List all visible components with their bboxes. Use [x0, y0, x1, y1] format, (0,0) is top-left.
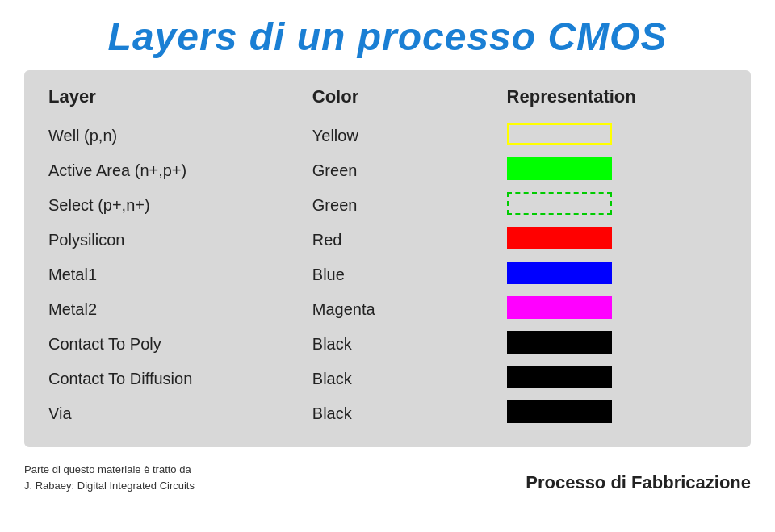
cell-layer: Contact To Diffusion	[40, 362, 304, 396]
header-color: Color	[304, 83, 499, 119]
cell-layer: Select (p+,n+)	[40, 188, 304, 223]
cell-color: Magenta	[304, 292, 499, 327]
footer-line2: J. Rabaey: Digital Integrated Circuits	[24, 478, 195, 494]
color-representation-box	[507, 123, 612, 145]
table-row: Contact To DiffusionBlack	[40, 362, 735, 396]
color-representation-box	[507, 366, 612, 388]
cell-color: Green	[304, 188, 499, 223]
cell-layer: Well (p,n)	[40, 119, 304, 153]
table-row: Select (p+,n+)Green	[40, 188, 735, 223]
cell-layer: Metal1	[40, 258, 304, 292]
color-representation-box	[507, 262, 612, 284]
footer: Parte di questo materiale è tratto da J.…	[0, 447, 775, 501]
cell-representation	[499, 119, 735, 153]
color-representation-box	[507, 157, 612, 180]
cell-color: Yellow	[304, 119, 499, 153]
cell-color: Blue	[304, 258, 499, 292]
header-layer: Layer	[40, 83, 304, 119]
table-row: ViaBlack	[40, 396, 735, 431]
cell-color: Black	[304, 396, 499, 431]
cell-layer: Via	[40, 396, 304, 431]
color-representation-box	[507, 227, 612, 249]
cell-representation	[499, 188, 735, 223]
cell-representation	[499, 292, 735, 327]
cell-color: Red	[304, 223, 499, 258]
page-title: Layers di un processo CMOS	[0, 0, 775, 70]
footer-line1: Parte di questo materiale è tratto da	[24, 462, 195, 478]
color-representation-box	[507, 192, 612, 215]
cell-color: Black	[304, 362, 499, 396]
cell-representation	[499, 258, 735, 292]
cell-color: Black	[304, 327, 499, 362]
cell-representation	[499, 153, 735, 188]
layers-table: Layer Color Representation Well (p,n)Yel…	[40, 83, 735, 431]
main-content-area: Layer Color Representation Well (p,n)Yel…	[24, 70, 751, 447]
table-row: Metal1Blue	[40, 258, 735, 292]
cell-layer: Active Area (n+,p+)	[40, 153, 304, 188]
cell-layer: Contact To Poly	[40, 327, 304, 362]
cell-representation	[499, 223, 735, 258]
footer-right: Processo di Fabbricazione	[526, 472, 751, 493]
table-row: Active Area (n+,p+)Green	[40, 153, 735, 188]
cell-representation	[499, 327, 735, 362]
cell-representation	[499, 396, 735, 431]
cell-representation	[499, 362, 735, 396]
color-representation-box	[507, 331, 612, 354]
table-row: Well (p,n)Yellow	[40, 119, 735, 153]
color-representation-box	[507, 296, 612, 319]
footer-left: Parte di questo materiale è tratto da J.…	[24, 462, 195, 493]
table-row: Contact To PolyBlack	[40, 327, 735, 362]
header-representation: Representation	[499, 83, 735, 119]
color-representation-box	[507, 400, 612, 423]
cell-layer: Metal2	[40, 292, 304, 327]
cell-layer: Polysilicon	[40, 223, 304, 258]
cell-color: Green	[304, 153, 499, 188]
table-row: Metal2Magenta	[40, 292, 735, 327]
table-row: PolysiliconRed	[40, 223, 735, 258]
